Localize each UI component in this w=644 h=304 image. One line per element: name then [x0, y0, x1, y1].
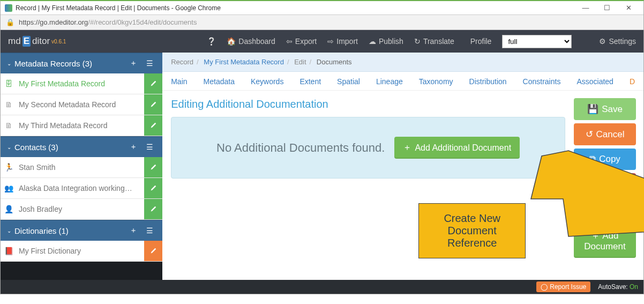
brand-mid: E — [23, 36, 31, 47]
contact-row[interactable]: 👥 Alaska Data Integration working… — [1, 178, 162, 199]
lock-icon: 🔒 — [6, 18, 14, 26]
button-label: Add Additional Document — [415, 143, 511, 153]
panel-title: Contacts (3) — [14, 143, 124, 152]
crumb: Documents — [317, 58, 352, 66]
profile-select[interactable]: full — [502, 35, 572, 48]
section-tabs: Main Metadata Keywords Extent Spatial Li… — [162, 72, 643, 91]
url-path: /#/record/0kgv15d4/edit/documents — [88, 18, 197, 26]
contact-name: Stan Smith — [17, 157, 144, 177]
edit-contact-button[interactable] — [144, 157, 162, 177]
chevron-down-icon: ⌄ — [7, 228, 11, 234]
record-name: My First Metadata Record — [17, 73, 144, 94]
autosave-label: AutoSave: — [598, 283, 627, 291]
document-icon: 🗎 — [1, 115, 17, 136]
dictionaries-panel-header[interactable]: ⌄ Dictionaries (1) ＋ ☰ — [1, 220, 162, 241]
list-view-button[interactable]: ☰ — [143, 143, 156, 151]
record-name: My Third Metadata Record — [17, 115, 144, 136]
add-additional-document-button[interactable]: ＋ Add Additional Document — [394, 137, 520, 159]
cancel-button[interactable]: ↺Cancel — [574, 123, 636, 145]
brand-version: v0.6.1 — [51, 39, 66, 45]
sidebar: ⌄ Metadata Records (3) ＋ ☰ 🗄 My First Me… — [1, 53, 162, 280]
nav-export[interactable]: ⇦Export — [286, 37, 317, 46]
action-column: 💾Save ↺Cancel ⧉Copy ✖Delete ＋ Add Docume… — [574, 91, 643, 280]
nav-import[interactable]: ⇨Import — [327, 37, 358, 46]
nav-publish[interactable]: ☁Publish — [369, 37, 403, 46]
nav-settings[interactable]: ⚙Settings — [599, 37, 636, 46]
edit-record-button[interactable] — [144, 115, 162, 136]
contact-row[interactable]: 🏃 Stan Smith — [1, 157, 162, 178]
nav-label: Import — [336, 37, 358, 46]
copy-button[interactable]: ⧉Copy — [574, 149, 636, 170]
button-label: Save — [602, 104, 623, 115]
add-document-button[interactable]: ＋ Add Document — [574, 225, 636, 258]
tab-distribution[interactable]: Distribution — [469, 77, 507, 86]
edit-record-button[interactable] — [144, 94, 162, 115]
profile-label: Profile — [470, 37, 492, 46]
tab-spatial[interactable]: Spatial — [337, 77, 360, 86]
list-view-button[interactable]: ☰ — [143, 226, 156, 235]
document-icon: 🗎 — [1, 94, 17, 115]
annotation-callout: Create New Document Reference — [418, 203, 526, 258]
add-record-button[interactable]: ＋ — [127, 58, 140, 68]
record-row[interactable]: 🗄 My First Metadata Record — [1, 73, 162, 94]
tab-taxonomy[interactable]: Taxonomy — [419, 77, 453, 86]
report-issue-button[interactable]: ◯Report Issue — [536, 281, 590, 292]
tab-keywords[interactable]: Keywords — [251, 77, 283, 86]
records-panel-header[interactable]: ⌄ Metadata Records (3) ＋ ☰ — [1, 53, 162, 73]
record-row[interactable]: 🗎 My Third Metadata Record — [1, 115, 162, 136]
edit-contact-button[interactable] — [144, 178, 162, 198]
book-icon: 📕 — [1, 241, 17, 261]
tab-main[interactable]: Main — [171, 77, 187, 86]
nav-translate[interactable]: ↻Translate — [414, 37, 454, 46]
add-contact-button[interactable]: ＋ — [127, 142, 140, 152]
copy-icon: ⧉ — [589, 154, 596, 165]
minimize-button[interactable]: — — [575, 4, 596, 12]
dictionary-row[interactable]: 📕 My First Dictionary — [1, 241, 162, 262]
help-icon[interactable]: ❔ — [77, 37, 216, 46]
contact-name: Alaska Data Integration working… — [17, 178, 144, 198]
callout-line: Create New — [433, 212, 511, 225]
list-view-button[interactable]: ☰ — [143, 59, 156, 68]
dictionary-name: My First Dictionary — [17, 241, 144, 261]
crumb[interactable]: Record — [171, 58, 193, 66]
import-icon: ⇨ — [327, 37, 334, 46]
nav-label: Publish — [379, 37, 403, 46]
nav-label: Dashboard — [238, 37, 275, 46]
export-icon: ⇦ — [286, 37, 293, 46]
crumb-link[interactable]: My First Metadata Record — [204, 58, 284, 66]
close-button[interactable]: ✕ — [618, 4, 639, 12]
contact-row[interactable]: 👤 Josh Bradley — [1, 199, 162, 220]
button-label: Delete — [597, 179, 623, 190]
main-content: Record/ My First Metadata Record/ Edit/ … — [162, 53, 643, 280]
record-name: My Second Metadata Record — [17, 94, 144, 115]
tab-cut[interactable]: D — [630, 77, 635, 86]
tab-metadata[interactable]: Metadata — [204, 77, 235, 86]
tab-extent[interactable]: Extent — [299, 77, 321, 86]
tab-constraints[interactable]: Constraints — [523, 77, 561, 86]
url-host: https://go.mdeditor.org — [19, 18, 88, 26]
brand: mdEditor v0.6.1 — [8, 36, 66, 47]
edit-dictionary-button[interactable] — [144, 241, 162, 261]
edit-contact-button[interactable] — [144, 199, 162, 219]
contacts-panel-header[interactable]: ⌄ Contacts (3) ＋ ☰ — [1, 136, 162, 157]
record-row[interactable]: 🗎 My Second Metadata Record — [1, 94, 162, 115]
tab-lineage[interactable]: Lineage — [376, 77, 403, 86]
publish-icon: ☁ — [369, 37, 376, 46]
nav-label: Translate — [423, 37, 454, 46]
button-label: Report Issue — [550, 283, 586, 291]
autosave-state: On — [630, 283, 638, 291]
nav-dashboard[interactable]: 🏠Dashboard — [227, 37, 275, 46]
add-dictionary-button[interactable]: ＋ — [127, 226, 140, 235]
github-icon: ◯ — [541, 283, 548, 291]
delete-button[interactable]: ✖Delete — [574, 173, 636, 195]
gear-icon: ⚙ — [599, 37, 606, 46]
tab-associated[interactable]: Associated — [576, 77, 613, 86]
person-icon: 🏃 — [1, 157, 17, 177]
maximize-button[interactable]: ☐ — [596, 4, 618, 12]
save-button[interactable]: 💾Save — [574, 98, 636, 120]
callout-line: Reference — [433, 237, 511, 249]
edit-record-button[interactable] — [144, 73, 162, 94]
button-label: Copy — [599, 154, 620, 165]
autosave-status: AutoSave: On — [598, 283, 638, 291]
database-icon: 🗄 — [1, 73, 17, 94]
